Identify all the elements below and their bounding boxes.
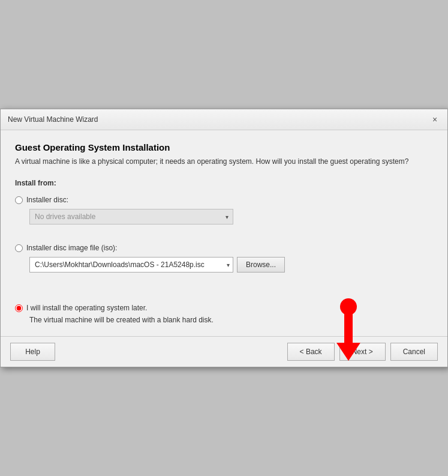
installer-disc-radio[interactable] [15, 196, 23, 204]
install-later-group: I will install the operating system late… [15, 298, 433, 324]
install-later-label[interactable]: I will install the operating system late… [26, 304, 147, 312]
section-title: Guest Operating System Installation [15, 142, 433, 152]
installer-iso-group: Installer disc image file (iso): ▾ Brows… [15, 244, 433, 273]
close-button[interactable]: × [429, 114, 440, 125]
install-later-radio[interactable] [15, 304, 23, 312]
browse-button[interactable]: Browse... [237, 257, 285, 273]
footer-buttons: Help < Back Next > Cancel [1, 336, 447, 367]
iso-input-container: ▾ [29, 257, 233, 273]
section-description: A virtual machine is like a physical com… [15, 156, 433, 167]
installer-disc-option: Installer disc: [15, 196, 433, 204]
title-bar: New Virtual Machine Wizard × [1, 109, 447, 130]
iso-input-row: ▾ Browse... [29, 257, 433, 273]
back-button[interactable]: < Back [287, 343, 335, 361]
installer-disc-group: Installer disc: No drives available ▾ [15, 196, 433, 224]
installer-iso-radio[interactable] [15, 244, 23, 252]
spacer-2 [15, 282, 433, 292]
main-content: Guest Operating System Installation A vi… [1, 130, 447, 336]
next-button[interactable]: Next > [339, 343, 386, 361]
disc-dropdown[interactable]: No drives available [29, 209, 233, 224]
installer-disc-label[interactable]: Installer disc: [26, 196, 68, 204]
help-button[interactable]: Help [10, 343, 55, 361]
disc-dropdown-container: No drives available ▾ [29, 209, 233, 224]
disc-dropdown-row: No drives available ▾ [29, 209, 433, 224]
dialog-window: New Virtual Machine Wizard × Guest Opera… [0, 109, 448, 367]
installer-iso-label[interactable]: Installer disc image file (iso): [26, 244, 117, 252]
install-later-option: I will install the operating system late… [15, 304, 433, 312]
footer-wrapper: Help < Back Next > Cancel [1, 336, 447, 367]
dialog-title: New Virtual Machine Wizard [8, 115, 98, 124]
spacer-1 [15, 234, 433, 244]
install-later-description: The virtual machine will be created with… [29, 316, 433, 324]
iso-path-input[interactable] [29, 257, 233, 273]
cancel-button[interactable]: Cancel [390, 343, 438, 361]
install-from-label: Install from: [15, 179, 433, 187]
installer-iso-option: Installer disc image file (iso): [15, 244, 433, 252]
